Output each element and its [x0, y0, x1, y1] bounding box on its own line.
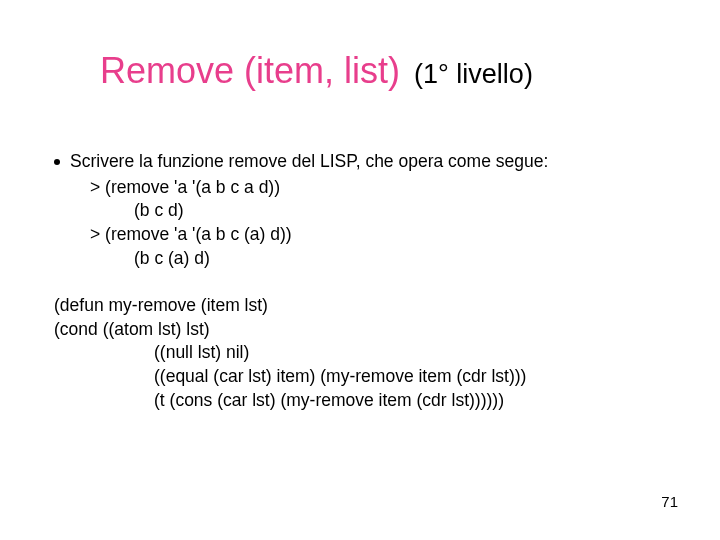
code-line: ((null lst) nil)	[54, 341, 666, 365]
slide: Remove (item, list) (1° livello) Scriver…	[0, 0, 720, 540]
code-line: ((equal (car lst) item) (my-remove item …	[54, 365, 666, 389]
code-block: (defun my-remove (item lst) (cond ((atom…	[54, 294, 666, 412]
page-number: 71	[661, 493, 678, 510]
example-line: (b c (a) d)	[54, 247, 666, 271]
slide-body: Scrivere la funzione remove del LISP, ch…	[54, 150, 666, 412]
example-line: (b c d)	[54, 199, 666, 223]
example-line: > (remove 'a '(a b c a d))	[54, 176, 666, 200]
bullet-text: Scrivere la funzione remove del LISP, ch…	[70, 150, 548, 174]
code-line: (cond ((atom lst) lst)	[54, 318, 666, 342]
code-line: (t (cons (car lst) (my-remove item (cdr …	[54, 389, 666, 413]
bullet-icon	[54, 159, 60, 165]
example-line: > (remove 'a '(a b c (a) d))	[54, 223, 666, 247]
code-line: (defun my-remove (item lst)	[54, 294, 666, 318]
slide-title: Remove (item, list) (1° livello)	[100, 50, 533, 92]
title-main: Remove (item, list)	[100, 50, 400, 92]
bullet-item: Scrivere la funzione remove del LISP, ch…	[54, 150, 666, 174]
title-sub: (1° livello)	[414, 59, 533, 90]
